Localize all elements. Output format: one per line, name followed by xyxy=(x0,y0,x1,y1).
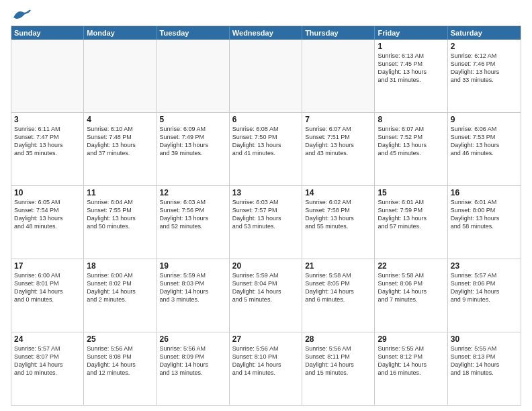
day-number: 20 xyxy=(232,261,299,271)
day-cell-empty xyxy=(84,40,157,112)
day-cell-23: 23Sunrise: 5:57 AM Sunset: 8:06 PM Dayli… xyxy=(448,259,521,332)
logo-bird-icon xyxy=(12,8,32,20)
header-day-friday: Friday xyxy=(375,26,447,40)
day-number: 10 xyxy=(14,188,81,197)
header-day-monday: Monday xyxy=(84,26,157,40)
day-number: 12 xyxy=(160,188,226,197)
day-info: Sunrise: 5:56 AM Sunset: 8:09 PM Dayligh… xyxy=(160,345,209,376)
week-row-2: 3Sunrise: 6:11 AM Sunset: 7:47 PM Daylig… xyxy=(11,112,521,185)
day-cell-10: 10Sunrise: 6:05 AM Sunset: 7:54 PM Dayli… xyxy=(11,186,84,259)
day-cell-19: 19Sunrise: 5:59 AM Sunset: 8:03 PM Dayli… xyxy=(157,259,230,332)
week-row-1: 1Sunrise: 6:13 AM Sunset: 7:45 PM Daylig… xyxy=(11,40,521,112)
day-cell-6: 6Sunrise: 6:08 AM Sunset: 7:50 PM Daylig… xyxy=(230,113,302,185)
header xyxy=(11,8,521,20)
week-row-4: 17Sunrise: 6:00 AM Sunset: 8:01 PM Dayli… xyxy=(11,259,521,332)
day-cell-4: 4Sunrise: 6:10 AM Sunset: 7:48 PM Daylig… xyxy=(84,113,157,185)
day-info: Sunrise: 6:00 AM Sunset: 8:01 PM Dayligh… xyxy=(14,272,63,303)
day-info: Sunrise: 5:56 AM Sunset: 8:10 PM Dayligh… xyxy=(232,345,281,376)
day-info: Sunrise: 5:58 AM Sunset: 8:05 PM Dayligh… xyxy=(305,272,354,303)
day-info: Sunrise: 6:05 AM Sunset: 7:54 PM Dayligh… xyxy=(14,199,63,230)
day-number: 28 xyxy=(305,334,371,344)
day-number: 16 xyxy=(451,188,518,197)
day-cell-empty xyxy=(11,40,84,112)
day-info: Sunrise: 6:00 AM Sunset: 8:02 PM Dayligh… xyxy=(87,272,136,303)
day-number: 27 xyxy=(232,334,299,344)
day-cell-1: 1Sunrise: 6:13 AM Sunset: 7:45 PM Daylig… xyxy=(375,40,447,112)
day-number: 1 xyxy=(378,42,444,51)
week-row-3: 10Sunrise: 6:05 AM Sunset: 7:54 PM Dayli… xyxy=(11,185,521,259)
day-info: Sunrise: 6:12 AM Sunset: 7:46 PM Dayligh… xyxy=(451,52,500,83)
day-info: Sunrise: 5:57 AM Sunset: 8:06 PM Dayligh… xyxy=(451,272,500,303)
day-number: 9 xyxy=(451,115,518,124)
day-number: 30 xyxy=(451,334,518,344)
day-number: 2 xyxy=(451,42,518,51)
day-cell-28: 28Sunrise: 5:56 AM Sunset: 8:11 PM Dayli… xyxy=(302,332,375,405)
day-info: Sunrise: 6:03 AM Sunset: 7:56 PM Dayligh… xyxy=(160,199,209,230)
day-cell-26: 26Sunrise: 5:56 AM Sunset: 8:09 PM Dayli… xyxy=(157,332,230,405)
day-number: 21 xyxy=(305,261,371,271)
day-cell-11: 11Sunrise: 6:04 AM Sunset: 7:55 PM Dayli… xyxy=(84,186,157,259)
day-number: 19 xyxy=(160,261,226,271)
day-info: Sunrise: 5:59 AM Sunset: 8:03 PM Dayligh… xyxy=(160,272,209,303)
page: SundayMondayTuesdayWednesdayThursdayFrid… xyxy=(0,0,532,411)
day-info: Sunrise: 6:07 AM Sunset: 7:51 PM Dayligh… xyxy=(305,126,354,156)
day-number: 6 xyxy=(232,115,299,124)
day-number: 13 xyxy=(232,188,299,197)
day-info: Sunrise: 5:56 AM Sunset: 8:08 PM Dayligh… xyxy=(87,345,136,376)
day-cell-3: 3Sunrise: 6:11 AM Sunset: 7:47 PM Daylig… xyxy=(11,113,84,185)
day-cell-empty xyxy=(302,40,375,112)
day-info: Sunrise: 5:57 AM Sunset: 8:07 PM Dayligh… xyxy=(14,345,63,376)
day-cell-14: 14Sunrise: 6:02 AM Sunset: 7:58 PM Dayli… xyxy=(302,186,375,259)
day-number: 3 xyxy=(14,115,81,124)
day-info: Sunrise: 6:07 AM Sunset: 7:52 PM Dayligh… xyxy=(378,126,427,156)
day-info: Sunrise: 5:56 AM Sunset: 8:11 PM Dayligh… xyxy=(305,345,354,376)
day-cell-empty xyxy=(157,40,230,112)
day-cell-15: 15Sunrise: 6:01 AM Sunset: 7:59 PM Dayli… xyxy=(375,186,447,259)
calendar-body: 1Sunrise: 6:13 AM Sunset: 7:45 PM Daylig… xyxy=(11,40,521,405)
header-day-sunday: Sunday xyxy=(11,26,84,40)
day-info: Sunrise: 6:11 AM Sunset: 7:47 PM Dayligh… xyxy=(14,126,63,156)
day-cell-9: 9Sunrise: 6:06 AM Sunset: 7:53 PM Daylig… xyxy=(448,113,521,185)
day-info: Sunrise: 6:01 AM Sunset: 8:00 PM Dayligh… xyxy=(451,199,500,230)
day-info: Sunrise: 6:13 AM Sunset: 7:45 PM Dayligh… xyxy=(378,52,427,83)
day-number: 7 xyxy=(305,115,371,124)
day-cell-27: 27Sunrise: 5:56 AM Sunset: 8:10 PM Dayli… xyxy=(230,332,302,405)
day-number: 14 xyxy=(305,188,371,197)
header-day-tuesday: Tuesday xyxy=(157,26,230,40)
day-info: Sunrise: 6:01 AM Sunset: 7:59 PM Dayligh… xyxy=(378,199,427,230)
day-cell-18: 18Sunrise: 6:00 AM Sunset: 8:02 PM Dayli… xyxy=(84,259,157,332)
day-cell-empty xyxy=(230,40,302,112)
week-row-5: 24Sunrise: 5:57 AM Sunset: 8:07 PM Dayli… xyxy=(11,332,521,405)
day-number: 24 xyxy=(14,334,81,344)
header-day-saturday: Saturday xyxy=(448,26,521,40)
day-number: 22 xyxy=(378,261,444,271)
day-info: Sunrise: 5:55 AM Sunset: 8:13 PM Dayligh… xyxy=(451,345,500,376)
calendar: SundayMondayTuesdayWednesdayThursdayFrid… xyxy=(11,26,521,406)
day-cell-29: 29Sunrise: 5:55 AM Sunset: 8:12 PM Dayli… xyxy=(375,332,447,405)
day-info: Sunrise: 6:06 AM Sunset: 7:53 PM Dayligh… xyxy=(451,126,500,156)
day-info: Sunrise: 6:09 AM Sunset: 7:49 PM Dayligh… xyxy=(160,126,209,156)
day-cell-8: 8Sunrise: 6:07 AM Sunset: 7:52 PM Daylig… xyxy=(375,113,447,185)
logo xyxy=(11,8,32,20)
day-info: Sunrise: 6:08 AM Sunset: 7:50 PM Dayligh… xyxy=(232,126,281,156)
day-info: Sunrise: 6:03 AM Sunset: 7:57 PM Dayligh… xyxy=(232,199,281,230)
header-day-thursday: Thursday xyxy=(302,26,375,40)
day-number: 4 xyxy=(87,115,153,124)
day-number: 23 xyxy=(451,261,518,271)
day-number: 26 xyxy=(160,334,226,344)
day-number: 5 xyxy=(160,115,226,124)
day-info: Sunrise: 6:02 AM Sunset: 7:58 PM Dayligh… xyxy=(305,199,354,230)
day-cell-20: 20Sunrise: 5:59 AM Sunset: 8:04 PM Dayli… xyxy=(230,259,302,332)
day-cell-7: 7Sunrise: 6:07 AM Sunset: 7:51 PM Daylig… xyxy=(302,113,375,185)
day-number: 18 xyxy=(87,261,153,271)
day-number: 8 xyxy=(378,115,444,124)
day-number: 17 xyxy=(14,261,81,271)
day-info: Sunrise: 6:10 AM Sunset: 7:48 PM Dayligh… xyxy=(87,126,136,156)
day-cell-22: 22Sunrise: 5:58 AM Sunset: 8:06 PM Dayli… xyxy=(375,259,447,332)
header-day-wednesday: Wednesday xyxy=(230,26,302,40)
day-info: Sunrise: 5:58 AM Sunset: 8:06 PM Dayligh… xyxy=(378,272,427,303)
day-cell-21: 21Sunrise: 5:58 AM Sunset: 8:05 PM Dayli… xyxy=(302,259,375,332)
day-number: 15 xyxy=(378,188,444,197)
day-cell-25: 25Sunrise: 5:56 AM Sunset: 8:08 PM Dayli… xyxy=(84,332,157,405)
day-cell-12: 12Sunrise: 6:03 AM Sunset: 7:56 PM Dayli… xyxy=(157,186,230,259)
